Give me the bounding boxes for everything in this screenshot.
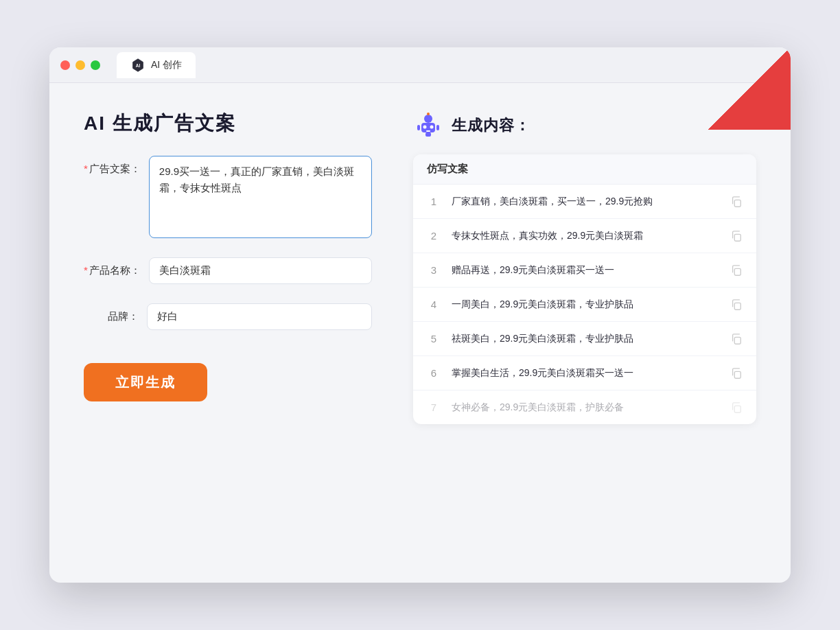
ai-tab-icon: AI bbox=[130, 58, 145, 73]
traffic-light-minimize[interactable] bbox=[75, 60, 85, 70]
row-number: 5 bbox=[427, 333, 441, 345]
svg-rect-10 bbox=[436, 125, 439, 130]
result-row: 6 掌握美白生活，29.9元美白淡斑霜买一送一 bbox=[413, 356, 756, 390]
traffic-lights bbox=[60, 60, 100, 70]
copy-icon[interactable] bbox=[730, 264, 743, 277]
row-text: 赠品再送，29.9元美白淡斑霜买一送一 bbox=[452, 263, 719, 277]
svg-point-8 bbox=[427, 113, 430, 115]
svg-point-5 bbox=[430, 126, 434, 129]
browser-window: AI AI 创作 AI 生成广告文案 *广告文案： 29.9买一送一，真正的厂家… bbox=[49, 47, 791, 583]
row-number: 1 bbox=[427, 196, 441, 207]
brand-group: 品牌： bbox=[84, 303, 372, 330]
results-table: 仿写文案 1 厂家直销，美白淡斑霜，买一送一，29.9元抢购 2 专抹女性斑点，… bbox=[413, 154, 756, 424]
traffic-light-maximize[interactable] bbox=[91, 60, 100, 70]
product-name-input[interactable] bbox=[149, 257, 372, 284]
row-number: 6 bbox=[427, 367, 441, 379]
result-row: 5 祛斑美白，29.9元美白淡斑霜，专业护肤品 bbox=[413, 322, 756, 356]
main-content: AI 生成广告文案 *广告文案： 29.9买一送一，真正的厂家直销，美白淡斑霜，… bbox=[49, 83, 791, 583]
svg-rect-15 bbox=[734, 303, 740, 310]
ad-copy-group: *广告文案： 29.9买一送一，真正的厂家直销，美白淡斑霜，专抹女性斑点 bbox=[84, 156, 372, 238]
row-text: 专抹女性斑点，真实功效，29.9元美白淡斑霜 bbox=[452, 229, 719, 243]
result-row: 3 赠品再送，29.9元美白淡斑霜买一送一 bbox=[413, 253, 756, 288]
results-header: 仿写文案 bbox=[413, 154, 756, 185]
svg-rect-9 bbox=[417, 125, 420, 130]
row-text: 女神必备，29.9元美白淡斑霜，护肤必备 bbox=[452, 400, 719, 415]
svg-rect-17 bbox=[734, 371, 740, 378]
copy-icon[interactable] bbox=[730, 367, 743, 380]
tab-ai-creation[interactable]: AI AI 创作 bbox=[117, 52, 196, 78]
copy-icon[interactable] bbox=[730, 299, 743, 311]
result-row: 1 厂家直销，美白淡斑霜，买一送一，29.9元抢购 bbox=[413, 185, 756, 219]
brand-label: 品牌： bbox=[84, 303, 139, 323]
left-panel: AI 生成广告文案 *广告文案： 29.9买一送一，真正的厂家直销，美白淡斑霜，… bbox=[84, 110, 372, 555]
svg-rect-13 bbox=[734, 234, 740, 241]
right-panel: 生成内容： 仿写文案 1 厂家直销，美白淡斑霜，买一送一，29.9元抢购 2 专… bbox=[413, 110, 756, 555]
row-number: 4 bbox=[427, 299, 441, 310]
svg-text:AI: AI bbox=[136, 63, 141, 68]
copy-icon[interactable] bbox=[730, 333, 743, 345]
row-text: 掌握美白生活，29.9元美白淡斑霜买一送一 bbox=[452, 366, 719, 380]
generate-button[interactable]: 立即生成 bbox=[84, 363, 207, 401]
svg-rect-18 bbox=[734, 406, 740, 412]
product-name-label: *产品名称： bbox=[84, 257, 141, 277]
corner-decoration bbox=[708, 47, 791, 130]
svg-rect-12 bbox=[734, 200, 740, 207]
right-title: 生成内容： bbox=[452, 115, 530, 136]
copy-icon[interactable] bbox=[730, 196, 743, 208]
ad-copy-required: * bbox=[84, 163, 88, 174]
product-name-group: *产品名称： bbox=[84, 257, 372, 284]
title-bar: AI AI 创作 bbox=[49, 47, 791, 83]
svg-rect-14 bbox=[734, 268, 740, 275]
row-number: 2 bbox=[427, 230, 441, 242]
traffic-light-close[interactable] bbox=[60, 60, 70, 70]
svg-rect-11 bbox=[425, 132, 431, 137]
brand-input[interactable] bbox=[147, 303, 372, 330]
result-row: 7 女神必备，29.9元美白淡斑霜，护肤必备 bbox=[413, 390, 756, 424]
ad-copy-input[interactable]: 29.9买一送一，真正的厂家直销，美白淡斑霜，专抹女性斑点 bbox=[149, 156, 372, 238]
svg-rect-16 bbox=[734, 337, 740, 344]
copy-icon[interactable] bbox=[730, 230, 743, 242]
page-title: AI 生成广告文案 bbox=[84, 110, 372, 137]
robot-icon bbox=[413, 110, 443, 141]
row-number: 7 bbox=[427, 401, 441, 413]
product-name-required: * bbox=[84, 264, 88, 276]
svg-point-4 bbox=[423, 126, 427, 129]
result-row: 4 一周美白，29.9元美白淡斑霜，专业护肤品 bbox=[413, 288, 756, 322]
result-row: 2 专抹女性斑点，真实功效，29.9元美白淡斑霜 bbox=[413, 219, 756, 253]
copy-icon[interactable] bbox=[730, 401, 743, 414]
ad-copy-label: *广告文案： bbox=[84, 156, 141, 176]
tab-label: AI 创作 bbox=[151, 59, 182, 71]
right-header: 生成内容： bbox=[413, 110, 756, 141]
results-list: 1 厂家直销，美白淡斑霜，买一送一，29.9元抢购 2 专抹女性斑点，真实功效，… bbox=[413, 185, 756, 424]
row-number: 3 bbox=[427, 264, 441, 276]
svg-rect-6 bbox=[426, 130, 430, 132]
row-text: 厂家直销，美白淡斑霜，买一送一，29.9元抢购 bbox=[452, 194, 719, 209]
row-text: 祛斑美白，29.9元美白淡斑霜，专业护肤品 bbox=[452, 331, 719, 346]
row-text: 一周美白，29.9元美白淡斑霜，专业护肤品 bbox=[452, 297, 719, 312]
